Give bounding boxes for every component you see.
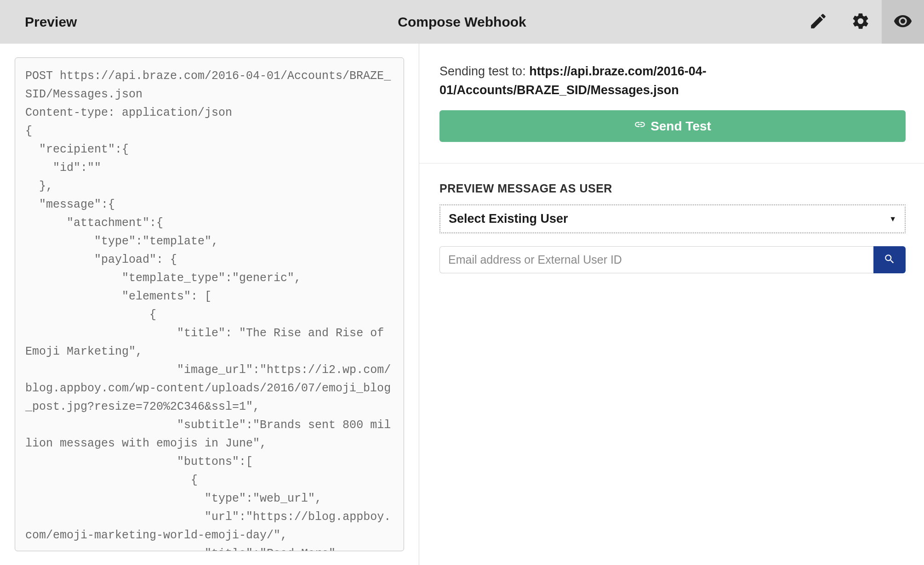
preview-panel: POST https://api.braze.com/2016-04-01/Ac… [0,44,419,565]
header-bar: Preview Compose Webhook [0,0,924,44]
user-search-row [439,246,906,273]
sending-test-prefix: Sending test to: [439,64,529,78]
sending-test-label: Sending test to: https://api.braze.com/2… [439,62,906,99]
user-select-value: Select Existing User [449,212,568,226]
page-title: Compose Webhook [398,14,526,30]
user-search-button[interactable] [873,246,906,273]
test-panel: Sending test to: https://api.braze.com/2… [419,44,924,565]
chevron-down-icon: ▼ [889,215,896,223]
settings-tab[interactable] [839,0,882,44]
edit-tab[interactable] [797,0,839,44]
user-search-input[interactable] [439,246,873,273]
pencil-icon [809,11,828,33]
link-icon [634,119,646,134]
main-content: POST https://api.braze.com/2016-04-01/Ac… [0,44,924,565]
send-test-label: Send Test [650,119,711,134]
gear-icon [851,11,870,33]
preview-title: Preview [25,14,77,30]
send-test-button[interactable]: Send Test [439,110,906,142]
search-icon [884,253,895,266]
user-select-dropdown[interactable]: Select Existing User ▼ [439,204,906,233]
divider [419,163,924,164]
header-actions [797,0,924,44]
preview-tab[interactable] [882,0,924,44]
request-preview: POST https://api.braze.com/2016-04-01/Ac… [15,57,404,551]
eye-icon [893,11,913,33]
preview-user-label: PREVIEW MESSAGE AS USER [439,182,906,195]
